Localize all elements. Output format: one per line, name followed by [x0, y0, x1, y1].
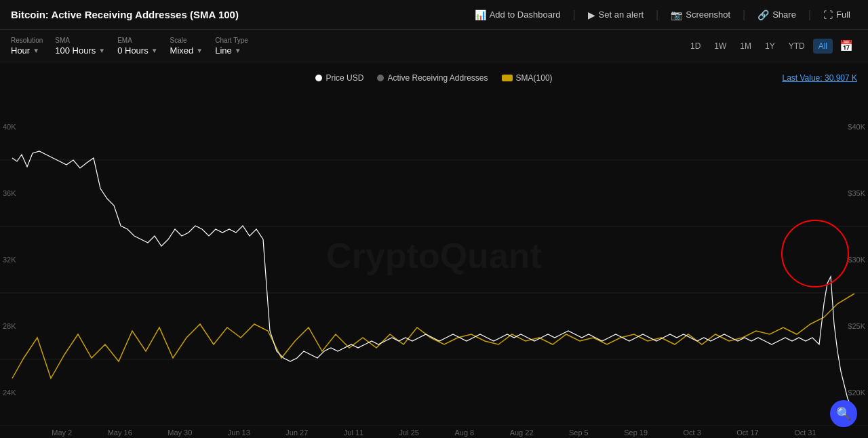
period-1d-button[interactable]: 1D: [685, 39, 706, 54]
resolution-select[interactable]: Hour ▼: [11, 45, 43, 56]
legend-active-receiving: Active Receiving Addresses: [377, 73, 488, 83]
legend-row: Price USD Active Receiving Addresses SMA…: [0, 62, 868, 94]
x-label-may30: May 30: [167, 429, 192, 437]
x-axis: May 2 May 16 May 30 Jun 13 Jun 27 Jul 11…: [0, 426, 868, 438]
chart-type-label: Chart Type: [215, 37, 248, 44]
sma100-indicator: [502, 75, 513, 81]
chart-type-control: Chart Type Line ▼: [215, 37, 248, 56]
top-bar: Bitcoin: Active Receiving Addresses (SMA…: [0, 0, 868, 30]
zoom-button[interactable]: 🔍: [830, 400, 857, 427]
x-label-may16: May 16: [108, 429, 132, 437]
camera-icon: 📷: [671, 9, 682, 20]
chart-type-arrow: ▼: [235, 47, 241, 54]
top-actions: 📊 Add to Dashboard | ▶ Set an alert | 📷 …: [468, 6, 857, 24]
active-receiving-indicator: [377, 75, 384, 81]
sma-select[interactable]: 100 Hours ▼: [55, 45, 105, 56]
ema-label: EMA: [117, 37, 157, 44]
sma-control: SMA 100 Hours ▼: [55, 37, 105, 56]
dashboard-icon: 📊: [475, 9, 486, 20]
ema-arrow: ▼: [151, 47, 158, 54]
x-label-sep19: Sep 19: [624, 429, 648, 437]
ema-control: EMA 0 Hours ▼: [117, 37, 157, 56]
scale-select[interactable]: Mixed ▼: [170, 45, 203, 56]
x-label-aug8: Aug 8: [454, 429, 474, 437]
x-label-jul11: Jul 11: [344, 429, 363, 437]
add-dashboard-button[interactable]: 📊 Add to Dashboard: [468, 6, 568, 24]
expand-icon: ⛶: [823, 9, 833, 20]
x-label-oct31: Oct 31: [794, 429, 816, 437]
toolbar: Resolution Hour ▼ SMA 100 Hours ▼ EMA 0 …: [0, 30, 868, 62]
share-button[interactable]: 🔗 Share: [751, 6, 803, 24]
legend: Price USD Active Receiving Addresses SMA…: [0, 68, 868, 88]
zoom-icon: 🔍: [836, 406, 851, 421]
period-1y-button[interactable]: 1Y: [760, 39, 781, 54]
period-1m-button[interactable]: 1M: [734, 39, 757, 54]
period-all-button[interactable]: All: [813, 39, 833, 54]
scale-control: Scale Mixed ▼: [170, 37, 203, 56]
time-period-controls: 1D 1W 1M 1Y YTD All 📅: [685, 37, 857, 55]
resolution-control: Resolution Hour ▼: [11, 37, 43, 56]
x-label-jun13: Jun 13: [228, 429, 250, 437]
full-button[interactable]: ⛶ Full: [816, 6, 857, 24]
scale-label: Scale: [170, 37, 203, 44]
x-label-oct3: Oct 3: [684, 429, 701, 437]
set-alert-button[interactable]: ▶ Set an alert: [581, 6, 651, 24]
x-label-oct17: Oct 17: [736, 429, 758, 437]
toolbar-left: Resolution Hour ▼ SMA 100 Hours ▼ EMA 0 …: [11, 37, 248, 56]
x-label-sep5: Sep 5: [569, 429, 589, 437]
period-1w-button[interactable]: 1W: [709, 39, 732, 54]
share-icon: 🔗: [757, 9, 769, 20]
scale-arrow: ▼: [196, 47, 203, 54]
x-label-aug22: Aug 22: [510, 429, 534, 437]
chart-container: CryptoQuant 40K 36K 32K 28K 24K $40K $35…: [0, 94, 868, 426]
x-label-jul25: Jul 25: [399, 429, 419, 437]
price-line: [12, 151, 854, 412]
chart-title: Bitcoin: Active Receiving Addresses (SMA…: [11, 9, 239, 20]
alert-icon: ▶: [588, 9, 595, 20]
period-ytd-button[interactable]: YTD: [783, 39, 810, 54]
chart-svg: [0, 94, 868, 426]
ema-select[interactable]: 0 Hours ▼: [117, 45, 157, 56]
calendar-button[interactable]: 📅: [835, 37, 857, 55]
price-usd-indicator: [315, 75, 322, 81]
x-label-may2: May 2: [52, 429, 72, 437]
last-value[interactable]: Last Value: 30.907 K: [782, 73, 857, 83]
screenshot-button[interactable]: 📷 Screenshot: [664, 6, 737, 24]
legend-price-usd: Price USD: [315, 73, 363, 83]
chart-type-select[interactable]: Line ▼: [215, 45, 248, 56]
legend-sma100: SMA(100): [502, 73, 553, 83]
sma-label: SMA: [55, 37, 105, 44]
sma-arrow: ▼: [98, 47, 105, 54]
resolution-label: Resolution: [11, 37, 43, 44]
resolution-arrow: ▼: [33, 47, 39, 54]
x-label-jun27: Jun 27: [285, 429, 308, 437]
